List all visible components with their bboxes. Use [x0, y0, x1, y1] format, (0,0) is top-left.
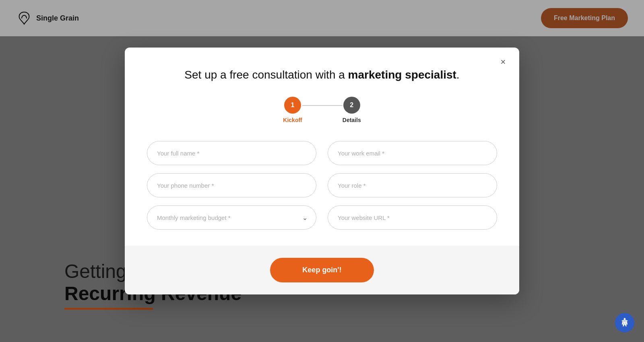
svg-point-0: [624, 318, 626, 320]
phone-input[interactable]: [147, 173, 316, 197]
step-2-label: Details: [343, 117, 361, 123]
modal-title: Set up a free consultation with a market…: [147, 68, 497, 82]
modal-footer: Keep goin'!: [125, 246, 519, 294]
steps-indicator: 1 Kickoff 2 Details: [147, 97, 497, 123]
role-input[interactable]: [328, 173, 497, 197]
step-1-circle: 1: [284, 97, 301, 114]
consultation-modal: × Set up a free consultation with a mark…: [125, 48, 519, 294]
modal-body: × Set up a free consultation with a mark…: [125, 48, 519, 246]
budget-select-wrapper: Monthly marketing budget * Under $5,000 …: [147, 205, 316, 230]
full-name-input[interactable]: [147, 141, 316, 165]
modal-overlay: × Set up a free consultation with a mark…: [0, 0, 644, 342]
website-url-input[interactable]: [328, 205, 497, 230]
budget-select[interactable]: Monthly marketing budget * Under $5,000 …: [147, 205, 316, 230]
work-email-input[interactable]: [328, 141, 497, 165]
step-1-label: Kickoff: [283, 117, 302, 123]
step-connector: [302, 105, 343, 106]
close-button[interactable]: ×: [497, 56, 510, 68]
step-1: 1 Kickoff: [283, 97, 302, 123]
accessibility-button[interactable]: [615, 313, 634, 332]
step-2: 2 Details: [343, 97, 361, 123]
accessibility-icon: [619, 317, 630, 328]
consultation-form: Monthly marketing budget * Under $5,000 …: [147, 141, 497, 230]
step-2-circle: 2: [343, 97, 360, 114]
submit-button[interactable]: Keep goin'!: [270, 258, 374, 282]
